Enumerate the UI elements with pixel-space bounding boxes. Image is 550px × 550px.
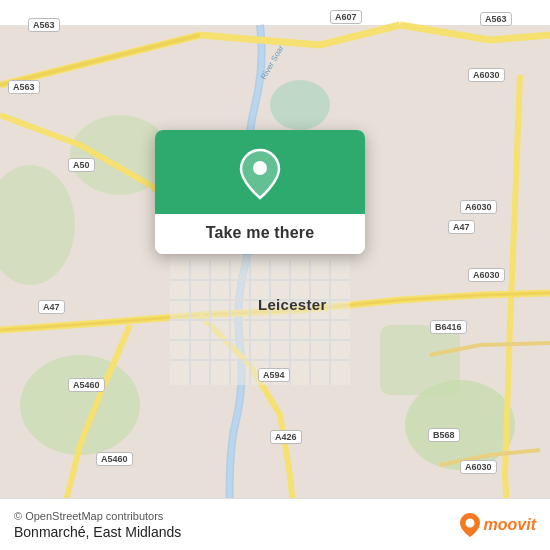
road-label-a47-l: A47 (38, 300, 65, 314)
road-label-a426: A426 (270, 430, 302, 444)
road-label-a6030-mr1: A6030 (460, 200, 497, 214)
svg-rect-5 (380, 325, 460, 395)
popup-button-section[interactable]: Take me there (155, 214, 365, 254)
road-label-a563-tr: A563 (480, 12, 512, 26)
bottom-bar: © OpenStreetMap contributors Bonmarché, … (0, 498, 550, 550)
pin-icon-wrap (238, 148, 282, 200)
road-label-a5460: A5460 (68, 378, 105, 392)
map-container: River Soar River Soar A563 A607 A563 A60… (0, 0, 550, 550)
road-label-a607: A607 (330, 10, 362, 24)
road-label-a594: A594 (258, 368, 290, 382)
take-me-there-button[interactable]: Take me there (206, 224, 315, 242)
road-label-b6416: B6416 (430, 320, 467, 334)
svg-point-23 (253, 161, 267, 175)
moovit-text: moovit (484, 516, 536, 534)
road-label-a50: A50 (68, 158, 95, 172)
moovit-pin-icon (459, 512, 481, 538)
osm-copyright: © OpenStreetMap contributors (14, 510, 181, 522)
location-pin-icon (238, 148, 282, 200)
svg-point-6 (270, 80, 330, 130)
location-info: Bonmarché, East Midlands (14, 524, 181, 540)
road-label-a563-ml: A563 (8, 80, 40, 94)
svg-point-24 (465, 518, 474, 527)
road-label-a563-tl: A563 (28, 18, 60, 32)
road-label-a5460-b: A5460 (96, 452, 133, 466)
popup-green-section (155, 130, 365, 214)
road-label-a6030-b: A6030 (460, 460, 497, 474)
road-label-a47-r: A47 (448, 220, 475, 234)
road-label-a6030-tr: A6030 (468, 68, 505, 82)
moovit-logo: moovit (459, 512, 536, 538)
city-label: Leicester (258, 296, 327, 313)
road-label-a6030-mr2: A6030 (468, 268, 505, 282)
popup-card: Take me there (155, 130, 365, 254)
road-label-b568: B568 (428, 428, 460, 442)
